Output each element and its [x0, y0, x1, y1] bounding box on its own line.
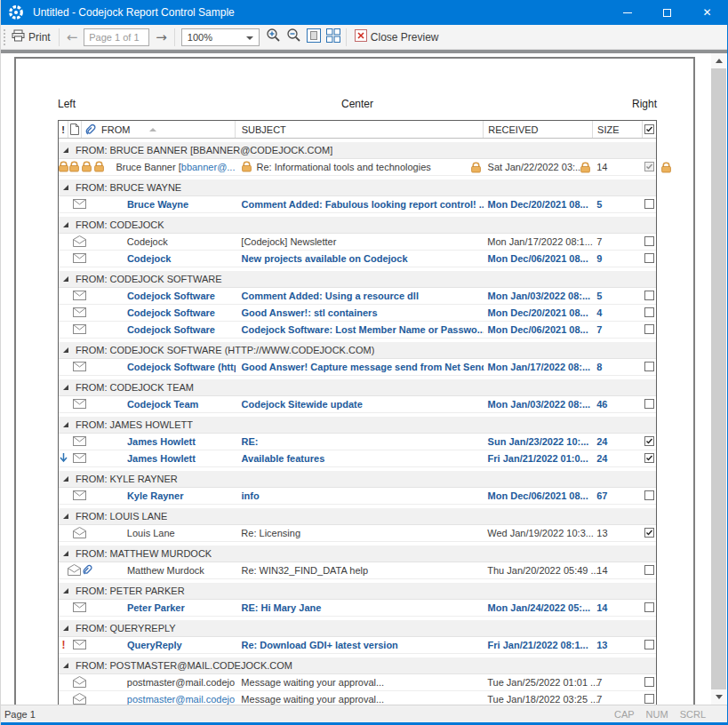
- checkbox-cell: [642, 359, 656, 375]
- group-expand-icon[interactable]: [63, 147, 68, 153]
- message-row[interactable]: !QueryReplyRe: Download GDI+ latest vers…: [59, 637, 656, 654]
- group-header-row[interactable]: FROM: QUERYREPLY: [59, 620, 656, 637]
- group-header-row[interactable]: FROM: POSTMASTER@MAIL.CODEJOCK.COM: [59, 657, 656, 674]
- row-checkbox[interactable]: [644, 453, 654, 465]
- one-page-view-button[interactable]: [304, 26, 324, 49]
- group-header-row[interactable]: FROM: MATTHEW MURDOCK: [59, 546, 656, 562]
- group-expand-icon[interactable]: [63, 347, 68, 353]
- group-header-row[interactable]: FROM: CODEJOCK SOFTWARE: [59, 271, 656, 288]
- row-checkbox[interactable]: [644, 677, 654, 689]
- minimize-button[interactable]: [607, 0, 647, 25]
- message-row[interactable]: CodejockNew projects available on Codejo…: [59, 251, 656, 267]
- group-header-row[interactable]: FROM: BRUCE BANNER [BBANNER@CODEJOCK.COM…: [59, 142, 656, 159]
- sender-email-link[interactable]: bbanner@...: [181, 162, 236, 172]
- row-checkbox[interactable]: [644, 565, 654, 577]
- group-expand-icon[interactable]: [63, 551, 68, 556]
- priority-cell: [59, 674, 68, 690]
- row-checkbox[interactable]: [644, 436, 654, 448]
- close-button[interactable]: ✕: [687, 0, 727, 25]
- message-row[interactable]: Bruce Banner [bbanner@...Re: Information…: [59, 159, 656, 176]
- column-from[interactable]: FROM: [82, 121, 236, 138]
- group-expand-icon[interactable]: [63, 514, 68, 519]
- page-field[interactable]: Page 1 of 1: [84, 28, 149, 46]
- message-row[interactable]: Codejock SoftwareCodejock Software: Lost…: [59, 322, 656, 339]
- scroll-up-button[interactable]: [711, 53, 726, 68]
- sender-name: Kyle Rayner: [127, 490, 184, 501]
- row-checkbox[interactable]: [644, 253, 654, 265]
- row-checkbox[interactable]: [644, 307, 654, 319]
- message-icon-cell: [68, 251, 92, 267]
- close-preview-button[interactable]: Close Preview: [349, 27, 444, 47]
- column-received[interactable]: RECEIVED: [484, 121, 593, 138]
- group-expand-icon[interactable]: [63, 663, 68, 668]
- sender-email-link[interactable]: postmaster@mail.codejock....: [127, 694, 236, 705]
- row-checkbox[interactable]: [644, 490, 654, 502]
- message-row[interactable]: Codejock SoftwareComment Added: Using a …: [59, 288, 656, 305]
- column-subject[interactable]: SUBJECT: [236, 121, 484, 138]
- column-checkbox[interactable]: [643, 121, 656, 138]
- checkbox-cell: [642, 396, 656, 412]
- group-expand-icon[interactable]: [63, 625, 68, 631]
- message-row[interactable]: Matthew MurdockRe: WIN32_FIND_DATA helpT…: [59, 562, 656, 579]
- group-header-row[interactable]: FROM: CODEJOCK TEAM: [59, 379, 656, 396]
- message-row[interactable]: Codejock Software (http:/...Good Answer!…: [59, 359, 656, 376]
- group-header-row[interactable]: FROM: KYLE RAYNER: [59, 471, 656, 488]
- row-checkbox[interactable]: [644, 236, 654, 248]
- group-header-row[interactable]: FROM: CODEJOCK SOFTWARE (HTTP://WWW.CODE…: [59, 342, 656, 359]
- zoom-select[interactable]: 100%: [181, 28, 260, 46]
- group-header-row[interactable]: FROM: JAMES HOWLETT: [59, 417, 656, 434]
- message-row[interactable]: postmaster@mail.codejock....Message wait…: [59, 674, 656, 691]
- subject-cell: Re: Download GDI+ latest version: [236, 637, 484, 653]
- group-header-row[interactable]: FROM: BRUCE WAYNE: [59, 179, 656, 196]
- subject-cell: Re: WIN32_FIND_DATA help: [235, 562, 483, 578]
- column-size[interactable]: SIZE: [593, 121, 643, 138]
- message-row[interactable]: Codejock SoftwareGood Answer!: stl conta…: [59, 305, 656, 322]
- row-checkbox[interactable]: [644, 324, 654, 336]
- scroll-down-button[interactable]: [711, 689, 726, 705]
- message-row[interactable]: Bruce WayneComment Added: Fabulous looki…: [59, 196, 656, 213]
- row-checkbox[interactable]: [644, 602, 654, 614]
- print-button[interactable]: Print: [6, 27, 56, 47]
- zoom-in-button[interactable]: [263, 25, 284, 49]
- received-cell: Mon Dec/20/2021 08...: [484, 196, 593, 212]
- message-row[interactable]: James HowlettAvailable featuresFri Jan/2…: [59, 450, 656, 467]
- row-checkbox[interactable]: [644, 528, 654, 539]
- column-priority[interactable]: !: [59, 121, 68, 138]
- message-row[interactable]: Peter ParkerRE: Hi Mary JaneMon Jan/24/2…: [59, 600, 656, 617]
- row-checkbox[interactable]: [644, 399, 654, 410]
- group-expand-icon[interactable]: [63, 422, 68, 427]
- vertical-scrollbar[interactable]: [711, 53, 726, 705]
- column-item-type[interactable]: [68, 121, 82, 138]
- group-expand-icon[interactable]: [63, 222, 68, 227]
- row-checkbox[interactable]: [644, 362, 654, 373]
- priority-cell: [59, 525, 68, 541]
- unread-envelope-icon: [73, 602, 86, 614]
- next-page-button[interactable]: →: [151, 29, 172, 45]
- row-checkbox[interactable]: [644, 640, 654, 651]
- row-checkbox[interactable]: [644, 199, 654, 211]
- group-header-row[interactable]: FROM: CODEJOCK: [59, 217, 656, 234]
- message-row[interactable]: Louis LaneRe: LicensingWed Jan/19/2022 1…: [59, 525, 656, 542]
- zoom-out-button[interactable]: [284, 25, 304, 49]
- group-expand-icon[interactable]: [63, 276, 68, 282]
- row-checkbox[interactable]: [644, 694, 654, 705]
- maximize-button[interactable]: [647, 0, 687, 25]
- message-row[interactable]: Codejock TeamCodejock Sitewide updateMon…: [59, 396, 656, 413]
- group-header-row[interactable]: FROM: LOUIS LANE: [59, 508, 656, 525]
- group-expand-icon[interactable]: [63, 385, 68, 390]
- multi-page-view-button[interactable]: [324, 26, 343, 49]
- group-expand-icon[interactable]: [63, 185, 68, 190]
- row-checkbox[interactable]: [644, 162, 654, 173]
- message-row[interactable]: Codejock[Codejock] NewsletterMon Jan/17/…: [59, 234, 656, 251]
- group-expand-icon[interactable]: [63, 588, 68, 594]
- row-checkbox[interactable]: [644, 291, 654, 302]
- message-row[interactable]: Kyle RaynerinfoMon Dec/06/2021 08...67: [59, 488, 656, 505]
- message-row[interactable]: James HowlettRE:Sun Jan/23/2022 10:...24: [59, 434, 656, 450]
- group-header-row[interactable]: FROM: PETER PARKER: [59, 583, 656, 600]
- sender-name: Codejock Software: [127, 307, 215, 318]
- scrollbar-thumb[interactable]: [711, 68, 726, 689]
- priority-cell: [59, 600, 68, 616]
- group-expand-icon[interactable]: [63, 476, 68, 482]
- previous-page-button[interactable]: ←: [62, 29, 83, 45]
- checkbox-cell: [642, 488, 656, 504]
